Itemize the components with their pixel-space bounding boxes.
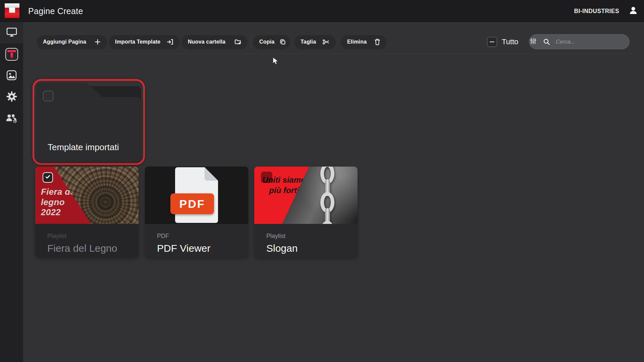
folder-plus-icon <box>234 39 241 45</box>
folder-checkbox[interactable] <box>43 91 53 101</box>
indeterminate-minus-icon <box>490 42 494 43</box>
new-folder-button[interactable]: Nuova cartella <box>182 35 247 49</box>
import-template-label: Importa Template <box>115 39 160 45</box>
add-page-button[interactable]: Aggiungi Pagina <box>37 35 107 49</box>
card-footer: PDF PDF Viewer <box>145 224 248 257</box>
select-all-checkbox[interactable] <box>487 37 497 47</box>
user-icon <box>628 5 638 17</box>
trash-icon <box>374 39 380 45</box>
plus-icon <box>95 39 101 45</box>
card-title: Slogan <box>266 243 358 254</box>
content-divider <box>37 54 634 54</box>
card-footer: Playlist Fiera del Legno <box>35 224 139 257</box>
user-management-icon <box>6 113 17 125</box>
copy-label: Copia <box>259 39 274 45</box>
page-title: Pagine Create <box>28 0 83 22</box>
copy-icon <box>280 39 286 45</box>
card-footer: Playlist Slogan <box>254 224 358 257</box>
toolbar-divider <box>251 36 251 48</box>
templates-icon-bar <box>7 50 16 52</box>
organization-name: BI-INDUSTRIES <box>574 0 619 22</box>
card-title: PDF Viewer <box>157 243 248 254</box>
card-thumbnail: Uniti siamo più forti <box>254 167 358 224</box>
add-page-label: Aggiungi Pagina <box>43 39 86 45</box>
delete-label: Elimina <box>347 39 367 45</box>
chain-link <box>320 221 334 224</box>
user-account-button[interactable] <box>628 6 639 16</box>
folder-label: Template importati <box>48 142 119 153</box>
new-folder-label: Nuova cartella <box>188 39 225 45</box>
filter-options-button[interactable] <box>529 37 537 46</box>
folder-template-importati[interactable]: Template importati <box>36 83 141 161</box>
sidebar <box>0 22 23 362</box>
search-icon <box>543 38 550 46</box>
card-kind: Playlist <box>266 233 358 240</box>
cut-label: Taglia <box>301 39 316 45</box>
card-checkbox-checked[interactable] <box>43 172 53 183</box>
card-pdf-viewer[interactable]: PDF PDF PDF Viewer <box>145 167 248 257</box>
templates-icon-stem <box>10 53 13 58</box>
scissors-icon <box>323 39 329 45</box>
mouse-cursor <box>272 57 280 67</box>
main-content: Aggiungi Pagina Importa Template Nuova c… <box>23 22 644 362</box>
sidebar-item-screens[interactable] <box>0 22 23 44</box>
card-title: Fiera del Legno <box>47 243 139 254</box>
card-checkbox-hover[interactable] <box>261 172 272 183</box>
copy-button[interactable]: Copia <box>253 35 290 49</box>
sidebar-item-users[interactable] <box>0 108 23 129</box>
app-logo <box>5 3 19 18</box>
search-input[interactable] <box>555 38 631 45</box>
delete-button[interactable]: Elimina <box>341 35 386 49</box>
sliders-icon <box>529 37 537 46</box>
check-icon <box>45 174 51 181</box>
sidebar-item-media[interactable] <box>0 65 23 86</box>
pdf-badge: PDF <box>170 193 214 214</box>
logo-notch <box>9 8 15 13</box>
card-kind: Playlist <box>47 233 139 240</box>
select-all-label: Tutto <box>502 35 518 49</box>
card-slogan[interactable]: Uniti siamo più forti Playlist Slogan <box>254 167 358 257</box>
media-icon <box>6 70 17 82</box>
import-icon <box>167 39 173 45</box>
card-thumbnail: Fiera del legno 2022 <box>35 167 139 224</box>
app-window: Pagine Create BI-INDUSTRIES <box>0 0 644 362</box>
card-thumbnail: PDF <box>145 167 248 224</box>
chain-image <box>317 167 337 224</box>
sidebar-item-settings[interactable] <box>0 86 23 108</box>
settings-icon <box>6 91 17 103</box>
import-template-button[interactable]: Importa Template <box>109 35 179 49</box>
sidebar-item-templates[interactable] <box>0 44 23 65</box>
cut-button[interactable]: Taglia <box>294 35 335 49</box>
search-bar <box>529 34 630 49</box>
screens-icon <box>6 27 17 39</box>
templates-icon <box>5 48 18 61</box>
card-kind: PDF <box>157 233 248 240</box>
top-bar: Pagine Create BI-INDUSTRIES <box>0 0 644 22</box>
card-fiera-del-legno[interactable]: Fiera del legno 2022 Playlist Fiera del … <box>35 167 139 257</box>
